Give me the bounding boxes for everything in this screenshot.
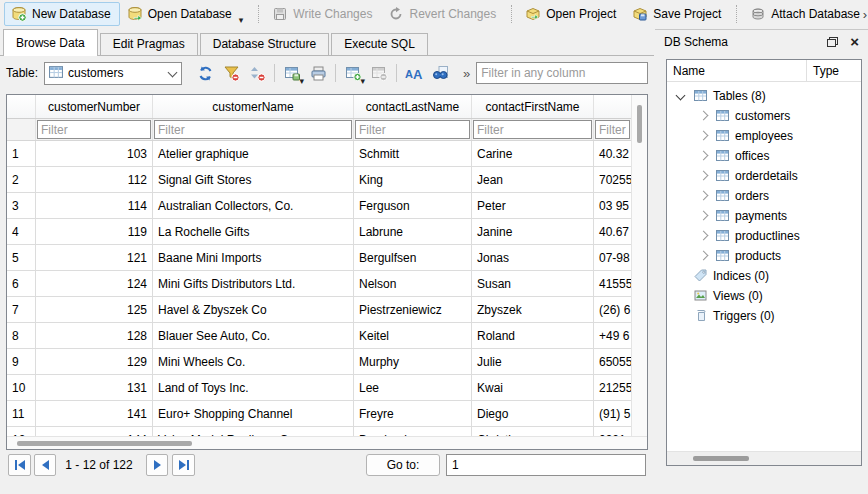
grid-cell[interactable]: Bergulfsen [354,245,472,270]
table-select[interactable]: customers [44,62,182,85]
tree-item[interactable]: offices [667,146,861,166]
grid-cell[interactable]: Land of Toys Inc. [153,375,354,400]
grid-cell[interactable]: 112 [36,167,153,192]
open-database-dropdown-caret[interactable]: ▾ [239,15,244,25]
grid-cell[interactable]: Blauer See Auto, Co. [153,323,354,348]
grid-cell[interactable]: Jonas [472,245,594,270]
insert-record-caret[interactable]: ▾ [361,76,366,86]
table-row[interactable]: 4119La Rochelle GiftsLabruneJanine40.67 [7,219,631,245]
grid-cell[interactable]: Mini Wheels Co. [153,349,354,374]
previous-page-button[interactable] [34,454,56,476]
open-project-button[interactable]: Open Project [518,2,625,26]
grid-cell[interactable]: 128 [36,323,153,348]
grid-cell[interactable]: Mini Gifts Distributors Ltd. [153,271,354,296]
tab-edit-pragmas[interactable]: Edit Pragmas [100,33,198,55]
grid-cell[interactable]: 119 [36,219,153,244]
column-filter-input[interactable] [355,120,470,139]
tree-item[interactable]: productlines [667,226,861,246]
last-page-button[interactable] [172,454,195,476]
tree-item[interactable]: Tables (8) [667,86,861,106]
column-header[interactable]: customerName [153,95,354,118]
grid-cell[interactable]: Kwai [472,375,594,400]
column-header[interactable]: customerNumber [36,95,153,118]
clear-filters-button[interactable] [218,61,244,85]
tree-scrollbar-thumb[interactable] [693,456,749,461]
print-button[interactable] [305,61,331,85]
grid-cell[interactable]: 141 [36,401,153,426]
grid-cell[interactable]: Baane Mini Imports [153,245,354,270]
next-page-button[interactable] [146,454,168,476]
table-row[interactable]: 2112Signal Gift StoresKingJean70255 [7,167,631,193]
row-number[interactable]: 7 [7,297,36,322]
column-header[interactable]: contactLastName [354,95,472,118]
tree-item[interactable]: Triggers (0) [667,306,861,326]
tree-column-type[interactable]: Type [807,64,839,78]
grid-cell[interactable]: 41555 [594,271,631,296]
table-row[interactable]: 10131Land of Toys Inc.LeeKwai21255 [7,375,631,401]
filter-any-column-input[interactable] [476,62,648,84]
grid-cell[interactable]: Julie [472,349,594,374]
tree-item[interactable]: Views (0) [667,286,861,306]
insert-record-button[interactable]: ▾ [340,61,366,85]
grid-cell[interactable]: Euro+ Shopping Channel [153,401,354,426]
table-row[interactable]: 6124Mini Gifts Distributors Ltd.NelsonSu… [7,271,631,297]
grid-cell[interactable]: 125 [36,297,153,322]
grid-cell[interactable]: 131 [36,375,153,400]
tree-item[interactable]: employees [667,126,861,146]
grid-vertical-scrollbar[interactable] [631,95,647,436]
row-number[interactable]: 5 [7,245,36,270]
grid-cell[interactable]: 65055 [594,349,631,374]
tab-browse-data[interactable]: Browse Data [3,29,98,56]
grid-cell[interactable]: Jean [472,167,594,192]
grid-cell[interactable]: Labrune [354,219,472,244]
grid-cell[interactable]: Keitel [354,323,472,348]
grid-cell[interactable]: Schmitt [354,141,472,166]
row-number[interactable]: 11 [7,401,36,426]
attach-database-button[interactable]: Attach Database [743,2,868,26]
column-header[interactable]: contactFirstName [472,95,594,118]
close-panel-icon[interactable]: × [850,35,859,49]
chevron-right-icon[interactable] [695,148,711,164]
row-number[interactable]: 2 [7,167,36,192]
chevron-right-icon[interactable] [695,208,711,224]
grid-cell[interactable]: 40.32 [594,141,631,166]
column-filter-input[interactable] [154,120,352,139]
table-row[interactable]: 5121Baane Mini ImportsBergulfsenJonas07-… [7,245,631,271]
grid-cell[interactable]: 103 [36,141,153,166]
grid-cell[interactable]: Roland [472,323,594,348]
chevron-right-icon[interactable] [695,168,711,184]
tree-item[interactable]: customers [667,106,861,126]
save-results-caret[interactable]: ▾ [300,76,305,86]
chevron-down-icon[interactable] [673,88,689,104]
revert-changes-button[interactable]: Revert Changes [381,2,505,26]
goto-page-input[interactable] [446,454,646,476]
row-number[interactable]: 9 [7,349,36,374]
row-number[interactable]: 1 [7,141,36,166]
grid-corner-cell[interactable] [7,95,36,118]
grid-cell[interactable]: Susan [472,271,594,296]
font-button[interactable]: AA [401,61,427,85]
chevron-right-icon[interactable] [695,108,711,124]
chevron-right-icon[interactable] [695,248,711,264]
grid-cell[interactable]: La Rochelle Gifts [153,219,354,244]
grid-cell[interactable]: King [354,167,472,192]
column-header[interactable] [594,95,631,118]
grid-cell[interactable]: Ferguson [354,193,472,218]
grid-cell[interactable]: Nelson [354,271,472,296]
grid-cell[interactable]: 129 [36,349,153,374]
controls-overflow-chevron[interactable]: » [463,66,470,81]
grid-cell[interactable]: 114 [36,193,153,218]
grid-cell[interactable]: 21255 [594,375,631,400]
table-row[interactable]: 8128Blauer See Auto, Co.KeitelRoland+49 … [7,323,631,349]
grid-cell[interactable]: Atelier graphique [153,141,354,166]
grid-cell[interactable]: Peter [472,193,594,218]
grid-cell[interactable]: 70255 [594,167,631,192]
open-database-button[interactable]: Open Database ▾ [120,2,253,26]
horizontal-scrollbar-thumb[interactable] [17,441,192,446]
save-results-button[interactable]: ▾ [279,61,305,85]
column-filter-input[interactable] [37,120,151,139]
toolbar-overflow-chevron[interactable]: › [863,7,867,22]
save-project-button[interactable]: Save Project [625,2,730,26]
grid-cell[interactable]: Havel & Zbyszek Co [153,297,354,322]
row-number[interactable]: 3 [7,193,36,218]
